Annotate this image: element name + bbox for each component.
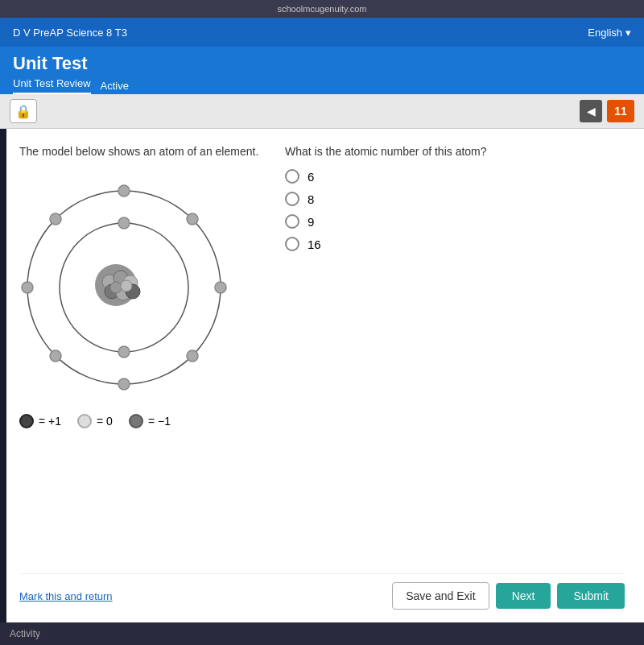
option-16-label: 16 bbox=[308, 238, 321, 251]
electron-dot bbox=[129, 414, 143, 428]
status-bar: Activity bbox=[0, 622, 644, 645]
browser-bar: schoolmcugenuity.com bbox=[0, 0, 644, 18]
submit-button[interactable]: Submit bbox=[557, 583, 625, 609]
test-header: Unit Test Unit Test Review Active bbox=[0, 47, 644, 94]
bottom-row: Mark this and return Save and Exit Next … bbox=[19, 573, 625, 610]
legend-row: = +1 = 0 = −1 bbox=[19, 414, 261, 428]
neutron-symbol: = 0 bbox=[97, 415, 113, 428]
svg-point-16 bbox=[187, 350, 198, 362]
toolbar-right: ◀ 11 bbox=[580, 100, 634, 122]
mark-return-link[interactable]: Mark this and return bbox=[19, 590, 113, 602]
back-arrow-button[interactable]: ◀ bbox=[580, 100, 602, 122]
radio-9[interactable] bbox=[285, 214, 299, 229]
action-buttons: Save and Exit Next Submit bbox=[392, 582, 625, 610]
toolbar: 🔒 ◀ 11 bbox=[0, 94, 644, 129]
svg-point-20 bbox=[50, 213, 61, 225]
neutron-dot bbox=[77, 414, 92, 428]
left-edge bbox=[0, 129, 6, 622]
radio-16[interactable] bbox=[285, 237, 299, 251]
back-arrow-icon: ◀ bbox=[587, 105, 596, 118]
test-review-label: Unit Test Review bbox=[13, 77, 91, 94]
option-6-label: 6 bbox=[308, 170, 314, 184]
test-active-badge: Active bbox=[101, 80, 129, 92]
proton-symbol: = +1 bbox=[39, 415, 61, 428]
option-6[interactable]: 6 bbox=[285, 169, 625, 184]
lock-button[interactable]: 🔒 bbox=[10, 99, 37, 123]
option-9-label: 9 bbox=[308, 215, 314, 229]
test-subtitle-row: Unit Test Review Active bbox=[13, 77, 631, 94]
option-8[interactable]: 8 bbox=[285, 192, 625, 206]
electron-legend: = −1 bbox=[129, 414, 171, 428]
svg-point-13 bbox=[118, 185, 130, 196]
activity-label: Activity bbox=[10, 628, 40, 639]
test-title: Unit Test bbox=[13, 53, 631, 74]
language-selector[interactable]: English ▾ bbox=[588, 27, 631, 39]
electron-symbol: = −1 bbox=[148, 415, 171, 428]
next-button[interactable]: Next bbox=[496, 583, 551, 609]
question-number-badge: 11 bbox=[607, 100, 634, 122]
screen-frame: schoolmcugenuity.com D V PreAP Science 8… bbox=[0, 0, 644, 645]
app-title: D V PreAP Science 8 T3 bbox=[13, 27, 127, 39]
svg-point-17 bbox=[118, 378, 130, 390]
toolbar-left: 🔒 bbox=[10, 99, 37, 123]
main-content: The model below shows an atom of an elem… bbox=[0, 129, 644, 622]
lock-icon: 🔒 bbox=[15, 104, 31, 119]
proton-legend: = +1 bbox=[19, 414, 61, 428]
left-panel: The model below shows an atom of an elem… bbox=[19, 145, 261, 560]
option-9[interactable]: 9 bbox=[285, 214, 625, 229]
proton-dot bbox=[19, 414, 34, 428]
svg-point-18 bbox=[50, 350, 61, 362]
svg-point-15 bbox=[215, 282, 226, 293]
svg-point-10 bbox=[121, 280, 132, 291]
language-label: English bbox=[588, 27, 622, 39]
question-left-text: The model below shows an atom of an elem… bbox=[19, 145, 261, 158]
save-exit-button[interactable]: Save and Exit bbox=[392, 582, 489, 610]
svg-point-19 bbox=[22, 282, 33, 293]
option-8-label: 8 bbox=[308, 192, 314, 206]
question-area: The model below shows an atom of an elem… bbox=[19, 145, 625, 560]
browser-url: schoolmcugenuity.com bbox=[277, 4, 366, 14]
radio-8[interactable] bbox=[285, 192, 299, 206]
atom-diagram bbox=[19, 171, 229, 404]
option-16[interactable]: 16 bbox=[285, 237, 625, 251]
options-list: 6 8 9 16 bbox=[285, 169, 625, 251]
svg-point-14 bbox=[187, 213, 198, 225]
radio-6[interactable] bbox=[285, 169, 299, 184]
svg-point-9 bbox=[110, 282, 122, 293]
question-right-text: What is the atomic number of this atom? bbox=[285, 145, 625, 158]
app-header: D V PreAP Science 8 T3 English ▾ bbox=[0, 18, 644, 47]
svg-point-12 bbox=[118, 346, 130, 358]
svg-point-11 bbox=[118, 217, 130, 229]
neutron-legend: = 0 bbox=[77, 414, 113, 428]
chevron-down-icon: ▾ bbox=[625, 27, 631, 39]
right-panel: What is the atomic number of this atom? … bbox=[285, 145, 625, 560]
atom-svg bbox=[19, 171, 229, 404]
